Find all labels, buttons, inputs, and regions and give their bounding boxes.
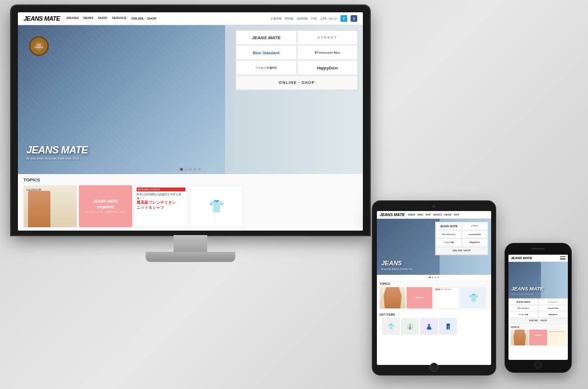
tablet-dot-2[interactable] (432, 276, 433, 278)
link-ir[interactable]: IR情報 (285, 17, 293, 20)
site-logo: JEANS MATE (24, 15, 60, 22)
tablet-brand-blue-std[interactable]: Blue Standard (436, 231, 461, 238)
tablet-brand-happy-door[interactable]: HappyDoor (462, 238, 488, 246)
phone-home-button[interactable] (534, 361, 542, 369)
phone-brand-street[interactable]: STREET (538, 299, 568, 305)
tablet-topic-3[interactable]: 最高級フレンチリネン (433, 287, 459, 308)
dot-4[interactable] (194, 168, 197, 171)
tablet-home-button[interactable] (430, 363, 438, 372)
topic-card-person[interactable]: vol.2014.05 (24, 185, 77, 227)
tablet-hot-items: HOT ITEMS ‹ 👕 👔 👗 👖 › (377, 311, 491, 337)
shirt-display: 👕 (209, 186, 224, 227)
topic-article-tag: MONOMAX 4月増刊号 (137, 188, 185, 191)
tablet-next-arrow[interactable]: › (458, 325, 459, 328)
phone-menu-button[interactable] (560, 256, 566, 260)
tablet-dot-4[interactable] (437, 276, 439, 278)
tablet-logo: JEANS MATE (380, 213, 405, 217)
nav-brand[interactable]: BRAND (67, 16, 79, 21)
site-nav: BRAND NEWS SHOP SERVICE ONLINE・SHOP (67, 16, 157, 21)
topics-grid: vol.2014.05 JEANS MATE orgabits 「オーガビッツ×… (24, 185, 357, 227)
brand-cell-online-shop[interactable]: ONLINE・SHOP (236, 76, 358, 90)
menu-line-1 (560, 256, 566, 257)
topic-card-orgabits[interactable]: JEANS MATE orgabits 「オーガビッツ×さくら並木プロジェクト」 (79, 185, 132, 227)
phone-topic-3[interactable]: Spring & Summer 2014 (548, 330, 566, 345)
brand-cell-innocent-blue[interactable]: 🏷 innocent Muc (297, 45, 358, 60)
link-contact[interactable]: お問い合わせ (320, 17, 337, 20)
brand-cell-jeans-mate[interactable]: JEANS MATE (236, 30, 297, 45)
tablet-nav-brand[interactable]: BRAND (408, 214, 416, 216)
monitor-stand-base (146, 252, 235, 262)
phone-hero: JEANS MATE At any time, Anyone, Feel fre… (508, 262, 568, 298)
phone-brand-happy-door[interactable]: HappyDoor (538, 312, 568, 318)
nav-shop[interactable]: SHOP (98, 16, 108, 21)
tablet-topics: TOPICS orgabits 最高級フレンチリネン (377, 280, 491, 311)
tablet-topics-row: orgabits 最高級フレンチリネン 👕 (380, 287, 488, 308)
phone-brand-blue-std[interactable]: Blue Standard (508, 305, 538, 311)
tablet-person (380, 287, 405, 308)
tablet-nav-service[interactable]: SERVICE (433, 214, 442, 216)
dot-3[interactable] (189, 168, 192, 171)
tablet-dot-3[interactable] (435, 276, 436, 278)
link-faq[interactable]: FAQ (311, 17, 317, 20)
tablet-hot-label: HOT ITEMS (380, 313, 488, 316)
brand-cell-wakuori[interactable]: ワクおり本舗WH (236, 60, 297, 75)
tablet-topics-label: TOPICS (380, 282, 488, 285)
tablet-item-2[interactable]: 👔 (401, 318, 419, 335)
nav-news[interactable]: NEWS (83, 16, 94, 21)
facebook-button[interactable]: f (351, 15, 357, 22)
phone-brand-innocent[interactable]: innocent blue (538, 305, 568, 311)
tablet-brand-jeans-mate[interactable]: JEANS MATE (436, 222, 461, 230)
tablet-item-3[interactable]: 👗 (420, 318, 438, 335)
tablet-shirt: 👕 (460, 287, 486, 308)
nav-service[interactable]: SERVICE (112, 16, 127, 21)
phone-frame: JEANS MATE JEANS MATE At any time, Anyon… (505, 243, 571, 372)
phone-topics-row: orgabits Spring & Summer 2014 (511, 330, 566, 345)
tablet-website: JEANS MATE BRAND NEWS SHOP SERVICE ONLIN… (377, 211, 491, 365)
desktop-website: JEANS MATE BRAND NEWS SHOP SERVICE ONLIN… (18, 12, 363, 231)
phone-brand-wakuori[interactable]: ワクおり本舗 (508, 312, 538, 318)
tablet-item-1[interactable]: 👕 (382, 318, 400, 335)
brand-cell-happy-door[interactable]: HappyDoor (297, 60, 358, 75)
phone-topic-2[interactable]: orgabits (529, 330, 547, 345)
tablet-topic-1[interactable] (380, 287, 405, 308)
nav-online-shop[interactable]: ONLINE・SHOP (131, 16, 157, 21)
tablet-hero: JEANS At any time, Anyone, Feel free, Fu… (377, 219, 491, 275)
topic-card-shirt[interactable]: 👕 (190, 185, 243, 227)
brand-cell-street[interactable]: STREET (297, 30, 358, 45)
tablet-hero-sub: At any time, Anyone, Feel free, Fun. (381, 268, 413, 270)
tablet-dot-1[interactable] (429, 276, 431, 278)
tablet-nav-shop[interactable]: SHOP (426, 214, 431, 216)
tablet-nav-online[interactable]: ONLINE・SHOP (444, 214, 459, 216)
topic-vol: vol.2014.05 (26, 188, 41, 191)
tablet-item-4[interactable]: 👖 (439, 318, 457, 335)
tablet-nav: BRAND NEWS SHOP SERVICE ONLINE・SHOP (408, 214, 460, 216)
monitor-stand-neck (174, 235, 207, 252)
topic-article-body: 昨年は完売御礼の話題作が今年も登場！！ (137, 193, 185, 200)
twitter-button[interactable]: T (340, 15, 347, 22)
topic-orgabits-label: orgabits (97, 204, 115, 209)
tablet-topic-2-text: orgabits (414, 296, 424, 300)
tablet-brand-innocent[interactable]: innocent blue (462, 231, 488, 238)
phone-topic-2-text: orgabits (529, 330, 547, 338)
tablet-prev-arrow[interactable]: ‹ (380, 325, 381, 328)
brand-cell-blue-standard[interactable]: Blue Standard (236, 45, 297, 60)
link-company[interactable]: 企業情報 (270, 17, 282, 20)
dot-1[interactable] (180, 168, 183, 171)
menu-line-2 (560, 258, 566, 259)
tablet-brand-street[interactable]: STREET (462, 222, 488, 230)
phone-brand-online-shop[interactable]: ONLINE・SHOP (508, 318, 568, 324)
link-recruit[interactable]: 採用情報 (297, 17, 308, 20)
phone-topic-3-text: Spring & Summer 2014 (548, 330, 566, 334)
tablet-brand-wakuori[interactable]: ワクおり本舗 (436, 238, 461, 246)
topic-article-title: 最高級フレンチリネンニット＆シャツ (137, 200, 185, 210)
dot-2[interactable] (185, 168, 188, 171)
dot-5[interactable] (198, 168, 201, 171)
tablet-nav-news[interactable]: NEWS (417, 214, 423, 216)
tablet-brand-online-shop[interactable]: ONLINE SHOP (436, 247, 488, 255)
menu-line-3 (560, 259, 566, 260)
phone-brand-jeans-mate[interactable]: JEANS MATE (508, 299, 538, 305)
tablet-topic-4[interactable]: 👕 (460, 287, 486, 308)
phone-topic-1[interactable] (511, 330, 529, 345)
topic-card-article[interactable]: MONOMAX 4月増刊号 昨年は完売御礼の話題作が今年も登場！！ 最高級フレン… (134, 185, 188, 227)
tablet-topic-2[interactable]: orgabits (407, 287, 432, 308)
